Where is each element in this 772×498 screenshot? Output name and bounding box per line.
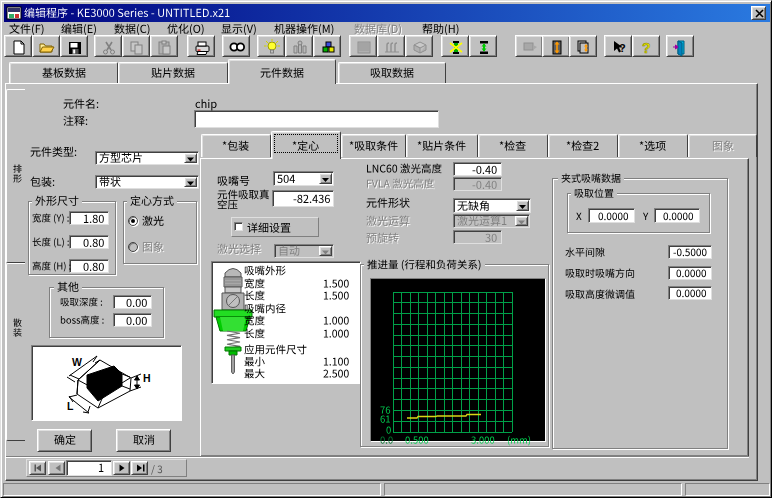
- svg-text:?: ?: [619, 42, 626, 54]
- svg-text:?: ?: [642, 39, 651, 55]
